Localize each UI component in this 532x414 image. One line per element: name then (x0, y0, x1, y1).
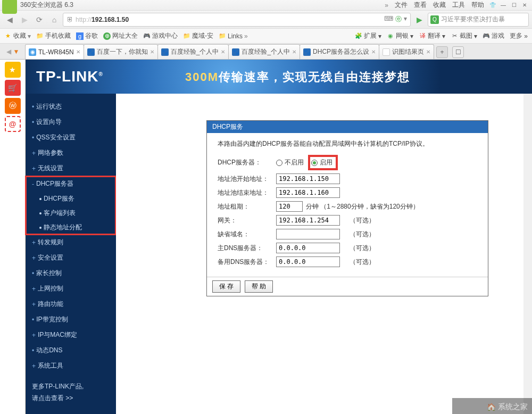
sb-dhcp-clients[interactable]: 客户端列表 (26, 206, 116, 220)
skin-icon[interactable]: 👕 (488, 2, 497, 9)
input-start-ip[interactable] (276, 173, 340, 184)
keyboard-icon[interactable]: ⌨ (384, 15, 393, 24)
tab-img[interactable]: 识图结果页✕ (379, 44, 434, 59)
input-end-ip[interactable] (276, 187, 340, 198)
home-button[interactable]: ⌂ (48, 13, 61, 26)
bm-game[interactable]: 🎮游戏中心 (143, 31, 178, 40)
dropdown-icon[interactable]: ▾ (404, 15, 407, 24)
paw-icon: 🐾 (161, 48, 169, 56)
user-avatar[interactable] (2, 0, 17, 14)
bm-trans[interactable]: 译翻译 ▾ (419, 31, 445, 40)
sb-qss[interactable]: •QSS安全设置 (26, 130, 116, 145)
folder-icon: 📁 (183, 32, 190, 40)
star-chip[interactable]: ★ (5, 62, 21, 78)
sb-status[interactable]: •运行状态 (26, 99, 116, 114)
max-button[interactable]: ☐ (510, 2, 518, 9)
tab-baidu3[interactable]: 🐾百度经验_个人中✕ (228, 44, 300, 59)
menu-help[interactable]: 帮助 (471, 1, 484, 10)
weibo-chip[interactable]: ⓦ (5, 98, 21, 114)
page-scrollbar[interactable] (523, 94, 532, 414)
page-icon (383, 48, 390, 56)
bm-shot[interactable]: ✂截图 ▾ (451, 31, 477, 40)
tab-dhcp[interactable]: 🐾DHCP服务器怎么设✕ (300, 44, 379, 59)
new-tab-button[interactable]: + (436, 46, 448, 58)
close-icon[interactable]: ✕ (292, 49, 296, 55)
menu-file[interactable]: 文件 (395, 1, 408, 10)
paw-icon: 🐾 (303, 48, 311, 56)
sb-dhcp[interactable]: -DHCP服务器 (26, 176, 116, 192)
bookmark-bar: ★收藏 ▾ 📁手机收藏 g谷歌 ⊕网址大全 🎮游戏中心 📁魔域-安 📁Links… (0, 29, 532, 44)
sb-dhcp-static[interactable]: 静态地址分配 (26, 220, 116, 235)
sb-security[interactable]: +安全设置 (26, 250, 116, 266)
menu-view[interactable]: 查看 (414, 1, 427, 10)
compat-icon[interactable]: ⓔ (395, 15, 402, 24)
input-lease[interactable] (276, 201, 303, 212)
paw-icon: 🐾 (232, 48, 239, 56)
go-button[interactable]: ▶ (413, 13, 426, 26)
input-gateway[interactable] (276, 215, 340, 226)
save-button[interactable]: 保 存 (212, 280, 240, 293)
close-icon[interactable]: ✕ (221, 49, 225, 55)
close-icon[interactable]: ✕ (371, 49, 376, 55)
tplink-logo: TP-LINK® (36, 68, 103, 85)
bm-google[interactable]: g谷歌 (76, 31, 98, 40)
sb-access[interactable]: +上网控制 (26, 281, 116, 296)
sb-dhcp-svc[interactable]: DHCP服务 (26, 192, 116, 206)
refresh-button[interactable]: ⟳ (33, 13, 46, 26)
forward-button[interactable]: ▶ (18, 13, 31, 26)
bm-more[interactable]: 更多 » (510, 31, 528, 40)
opt-note: （可选） (350, 216, 375, 225)
bm-ext[interactable]: 🧩扩展 ▾ (355, 31, 381, 40)
radio-disable[interactable]: 不启用 (276, 158, 304, 167)
close-button[interactable]: ✕ (520, 2, 529, 9)
sb-routing[interactable]: +路由功能 (26, 296, 116, 312)
bm-links[interactable]: 📁Links » (219, 32, 248, 40)
cart-chip[interactable]: 🛒 (5, 80, 21, 96)
sb-network[interactable]: +网络参数 (26, 145, 116, 161)
bm-fav[interactable]: ★收藏 ▾ (4, 31, 31, 40)
sb-forward[interactable]: +转发规则 (26, 235, 116, 250)
input-dns1[interactable] (276, 243, 340, 253)
min-button[interactable]: — (499, 2, 508, 9)
sb-tools[interactable]: +系统工具 (26, 358, 116, 374)
wz-icon: ⊕ (103, 32, 111, 40)
close-icon[interactable]: ✕ (426, 49, 430, 55)
bm-wzdq[interactable]: ⊕网址大全 (103, 31, 138, 40)
at-chip[interactable]: @ (5, 116, 21, 132)
close-icon[interactable]: ✕ (76, 49, 80, 55)
sb-parent[interactable]: •家长控制 (26, 266, 116, 281)
tab-baidu2[interactable]: 🐾百度经验_个人中✕ (157, 44, 229, 59)
sb-bandwidth[interactable]: •IP带宽控制 (26, 312, 116, 327)
bm-games[interactable]: 🎮游戏 (483, 31, 504, 40)
sb-wireless[interactable]: +无线设置 (26, 161, 116, 176)
sb-ipmac[interactable]: +IP与MAC绑定 (26, 327, 116, 343)
tab-tplink[interactable]: ◉TL-WR845N✕ (25, 44, 84, 59)
sb-more-products[interactable]: 更多TP-LINK产品,请点击查看 >> (26, 374, 116, 411)
label-end: 地址池结束地址： (218, 188, 276, 197)
tab-baidu1[interactable]: 🐾百度一下，你就知✕ (84, 44, 158, 59)
bm-net[interactable]: ◉网银 ▾ (387, 31, 413, 40)
sb-ddns[interactable]: •动态DNS (26, 343, 116, 358)
input-dns2[interactable] (276, 256, 340, 267)
lease-note: 分钟 （1～2880分钟，缺省为120分钟） (306, 202, 419, 211)
opt-note: （可选） (350, 258, 375, 267)
google-icon: g (76, 32, 84, 40)
tab-nav[interactable]: ◀▼ (0, 44, 26, 59)
bm-mobile[interactable]: 📁手机收藏 (36, 31, 71, 40)
back-button[interactable]: ◀ (3, 13, 16, 26)
url-input[interactable]: ⛨ http:// 192.168.1.50 ⌨ ⓔ ▾ (63, 13, 411, 27)
help-button[interactable]: 帮 助 (245, 280, 273, 293)
label-dhcp: DHCP服务器： (218, 158, 276, 167)
radio-enable[interactable]: 启用 (311, 158, 332, 167)
system-title-bar: 360安全浏览器 6.3 » 文件 查看 收藏 工具 帮助 👕 — ☐ ✕ (0, 0, 532, 11)
input-domain[interactable] (276, 229, 340, 239)
tab-overflow-button[interactable]: ☐ (452, 46, 464, 58)
sb-wizard[interactable]: •设置向导 (26, 114, 116, 130)
banner-slogan: 300M传输速率，实现无线自由连接梦想 (185, 69, 410, 85)
search-input[interactable]: Q 习近平要求坚决打击暴 (428, 13, 529, 27)
close-icon[interactable]: ✕ (150, 49, 154, 55)
menu-tool[interactable]: 工具 (452, 1, 465, 10)
menu-fav[interactable]: 收藏 (433, 1, 446, 10)
gift-icon[interactable]: » (385, 2, 388, 9)
bm-moyu[interactable]: 📁魔域-安 (183, 31, 213, 40)
